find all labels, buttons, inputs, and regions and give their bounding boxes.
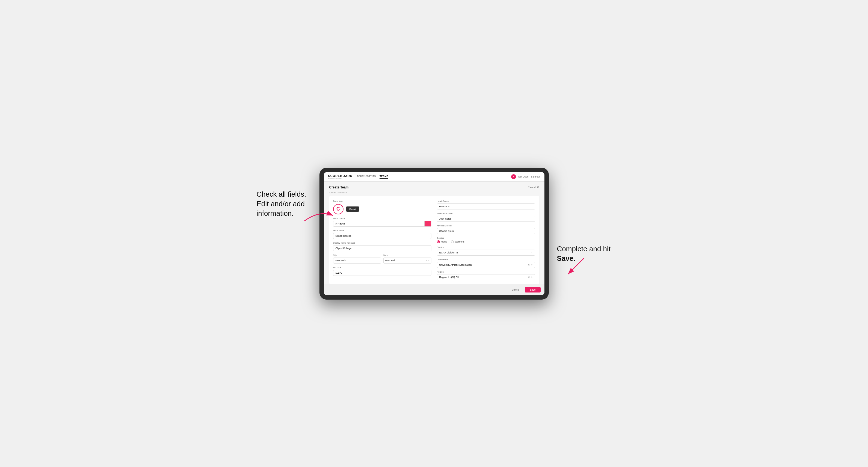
zip-input[interactable] bbox=[333, 270, 431, 276]
state-select-wrapper[interactable]: New York ✕ ▾ bbox=[383, 257, 431, 263]
team-logo-label: Team logo bbox=[333, 200, 431, 203]
avatar: T bbox=[511, 174, 516, 179]
display-name-label: Display name (unique) bbox=[333, 242, 431, 244]
logo-main: SCOREBOARD bbox=[328, 174, 352, 178]
state-value: New York bbox=[385, 259, 424, 262]
logo-sub: Powered by clippd bbox=[328, 178, 352, 179]
form-header: Create Team Cancel ✕ bbox=[329, 185, 539, 189]
division-field: Division NCAA Division III ⬍ bbox=[437, 246, 535, 256]
gender-womens[interactable]: Womens bbox=[451, 240, 464, 243]
city-input[interactable] bbox=[333, 257, 381, 263]
conference-clear-icon[interactable]: ✕ bbox=[528, 263, 530, 266]
state-chevron-icon[interactable]: ▾ bbox=[428, 259, 430, 261]
team-colour-input[interactable] bbox=[333, 221, 424, 227]
zip-label: Zip code bbox=[333, 266, 431, 269]
team-name-input[interactable] bbox=[333, 233, 431, 239]
team-colour-field: Team colour bbox=[333, 217, 431, 227]
user-label: Test User | bbox=[518, 175, 529, 178]
gender-mens[interactable]: Mens bbox=[437, 240, 447, 243]
team-name-label: Team name bbox=[333, 229, 431, 232]
team-logo-letter: C bbox=[336, 206, 340, 212]
region-field: Region Region II - (M) DIII ✕ ⬍ bbox=[437, 271, 535, 280]
form-footer: Cancel Save bbox=[324, 284, 545, 295]
close-icon[interactable]: ✕ bbox=[536, 185, 539, 189]
nav-link-teams[interactable]: TEAMS bbox=[379, 175, 388, 179]
cancel-header[interactable]: Cancel ✕ bbox=[528, 185, 539, 189]
region-chevron-icon[interactable]: ⬍ bbox=[531, 276, 533, 278]
conference-field: Conference University Athletic Associati… bbox=[437, 258, 535, 268]
radio-womens[interactable] bbox=[451, 240, 454, 243]
logo-area: SCOREBOARD Powered by clippd bbox=[328, 174, 352, 179]
conference-value: University Athletic Association bbox=[439, 263, 527, 266]
section-label: TEAM DETAILS bbox=[329, 191, 539, 193]
athletic-director-field: Athletic Director bbox=[437, 224, 535, 234]
gender-label: Gender bbox=[437, 237, 535, 239]
team-colour-label: Team colour bbox=[333, 217, 431, 220]
tablet-frame: SCOREBOARD Powered by clippd TOURNAMENTS… bbox=[319, 168, 549, 300]
save-button[interactable]: Save bbox=[525, 287, 540, 292]
athletic-director-input[interactable] bbox=[437, 228, 535, 234]
conference-chevron-icon[interactable]: ⬍ bbox=[531, 264, 533, 266]
display-name-input[interactable] bbox=[333, 245, 431, 251]
division-value: NCAA Division III bbox=[439, 251, 530, 254]
sign-out-link[interactable]: Sign out bbox=[531, 175, 540, 178]
cancel-button[interactable]: Cancel bbox=[508, 287, 523, 292]
assistant-coach-input[interactable] bbox=[437, 216, 535, 222]
mens-label: Mens bbox=[441, 240, 447, 243]
zip-field: Zip code bbox=[333, 266, 431, 276]
region-clear-icon[interactable]: ✕ bbox=[528, 276, 530, 279]
city-state-row: City State New York ✕ ▾ bbox=[333, 254, 431, 263]
womens-label: Womens bbox=[455, 240, 464, 243]
assistant-coach-label: Assistant Coach bbox=[437, 212, 535, 215]
state-label: State bbox=[383, 254, 431, 256]
right-instruction: Complete and hit Save. bbox=[557, 168, 612, 263]
city-label: City bbox=[333, 254, 381, 256]
navbar: SCOREBOARD Powered by clippd TOURNAMENTS… bbox=[324, 172, 545, 182]
state-field: State New York ✕ ▾ bbox=[383, 254, 431, 263]
head-coach-label: Head Coach bbox=[437, 200, 535, 203]
form-body: Team logo C Upload Team colour bbox=[329, 196, 539, 284]
athletic-director-label: Athletic Director bbox=[437, 224, 535, 227]
region-label: Region bbox=[437, 271, 535, 273]
city-field: City bbox=[333, 254, 381, 263]
team-name-field: Team name bbox=[333, 229, 431, 239]
radio-mens[interactable] bbox=[437, 240, 440, 243]
region-select-wrapper[interactable]: Region II - (M) DIII ✕ ⬍ bbox=[437, 274, 535, 280]
tablet-screen: SCOREBOARD Powered by clippd TOURNAMENTS… bbox=[324, 172, 545, 295]
right-column: Head Coach Assistant Coach Athletic Dire… bbox=[437, 200, 535, 280]
colour-swatch bbox=[424, 221, 431, 227]
head-coach-input[interactable] bbox=[437, 204, 535, 210]
assistant-coach-field: Assistant Coach bbox=[437, 212, 535, 222]
form-container: Create Team Cancel ✕ TEAM DETAILS Team l… bbox=[324, 182, 545, 295]
nav-links: TOURNAMENTS TEAMS bbox=[357, 175, 507, 179]
state-clear-icon[interactable]: ✕ bbox=[425, 259, 427, 262]
division-select-wrapper[interactable]: NCAA Division III ⬍ bbox=[437, 250, 535, 256]
form-title: Create Team bbox=[329, 185, 349, 189]
team-logo-field: Team logo C Upload bbox=[333, 200, 431, 214]
division-chevron-icon[interactable]: ⬍ bbox=[531, 251, 533, 254]
conference-select-wrapper[interactable]: University Athletic Association ✕ ⬍ bbox=[437, 262, 535, 268]
nav-right: T Test User | Sign out bbox=[511, 174, 540, 179]
head-coach-field: Head Coach bbox=[437, 200, 535, 210]
display-name-field: Display name (unique) bbox=[333, 242, 431, 251]
nav-link-tournaments[interactable]: TOURNAMENTS bbox=[357, 175, 376, 179]
gender-field: Gender Mens Womens bbox=[437, 237, 535, 243]
region-value: Region II - (M) DIII bbox=[439, 276, 527, 279]
division-label: Division bbox=[437, 246, 535, 249]
upload-button[interactable]: Upload bbox=[346, 207, 359, 212]
conference-label: Conference bbox=[437, 258, 535, 261]
gender-options: Mens Womens bbox=[437, 240, 535, 243]
left-column: Team logo C Upload Team colour bbox=[333, 200, 431, 280]
left-instruction: Check all fields. Edit and/or add inform… bbox=[257, 168, 311, 218]
